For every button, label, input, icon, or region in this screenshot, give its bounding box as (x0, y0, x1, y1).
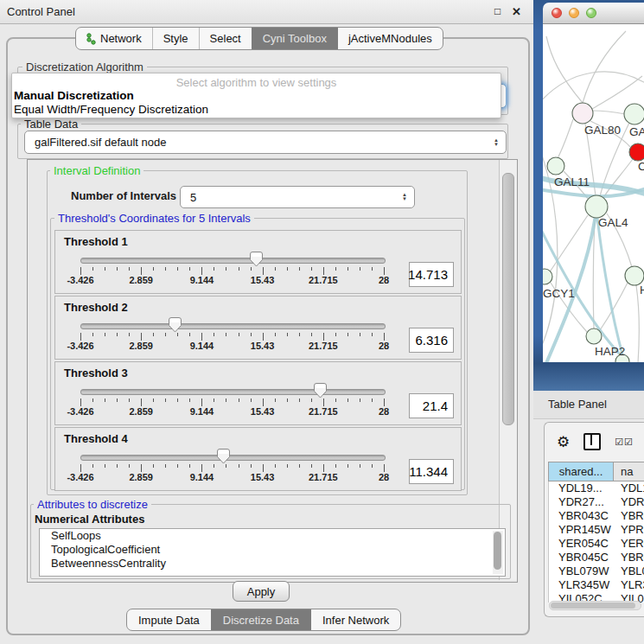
tab-jactivemnodules[interactable]: jActiveMNodules (337, 28, 443, 49)
algorithm-option-manual[interactable]: Manual Discretization (14, 89, 134, 102)
slider-track[interactable] (80, 389, 386, 395)
zoom-traffic-light-icon[interactable] (586, 8, 596, 18)
tick-mark (177, 267, 178, 271)
table-row[interactable]: YLR345WYLR3 (549, 578, 644, 592)
network-node[interactable] (547, 157, 564, 175)
threshold-value-field[interactable]: 6.316 (409, 328, 454, 353)
table-data-combobox[interactable]: galFiltered.sif default node ▲▼ (24, 131, 507, 154)
panel-title: Control Panel (7, 0, 75, 23)
tick-mark (251, 464, 252, 468)
slider-track[interactable] (80, 455, 386, 461)
table-row[interactable]: YDL19...YDL1 (549, 481, 644, 495)
application-window: Control Panel □ ✕ NetworkStyleSelectCyni… (0, 0, 644, 644)
tick-label: 9.144 (190, 472, 214, 482)
vertical-scrollbar-thumb[interactable] (502, 173, 514, 425)
tick-label: 9.144 (190, 275, 214, 285)
network-node[interactable] (625, 266, 644, 285)
network-node[interactable] (629, 143, 644, 161)
table-cell: YER054C (549, 537, 614, 551)
tab-label: jActiveMNodules (348, 29, 432, 49)
number-of-intervals-combobox[interactable]: 5 ▲▼ (180, 186, 415, 208)
tick-mark (275, 267, 276, 271)
table-row[interactable]: YER054CYER0 (549, 537, 644, 551)
number-of-intervals-value: 5 (190, 187, 196, 207)
node-label: GAL11 (554, 175, 590, 188)
node-label: GCY1 (543, 287, 575, 300)
apply-button[interactable]: Apply (233, 581, 290, 602)
horizontal-scrollbar-thumb[interactable] (551, 603, 635, 609)
table-row[interactable]: YDR27...YDR2 (549, 495, 644, 509)
list-scrollbar-thumb[interactable] (494, 532, 501, 570)
tab-cyni-toolbox[interactable]: Cyni Toolbox (252, 28, 337, 49)
tick-label: 15.43 (251, 341, 275, 351)
tick-mark (335, 333, 336, 336)
network-node[interactable] (585, 195, 608, 218)
table-row[interactable]: YBR043CYBR0 (549, 509, 644, 523)
table-row[interactable]: YBR045CYBR0 (549, 551, 644, 564)
tick-mark (287, 399, 288, 402)
attribute-list-item[interactable]: SelfLoops (40, 529, 505, 543)
network-window-titlebar[interactable] (543, 3, 644, 24)
network-canvas[interactable]: GAL80GACGAL11GAL4GCY1HHAP2 (543, 24, 644, 362)
slider-track[interactable] (80, 323, 386, 329)
tab-network[interactable]: Network (76, 28, 152, 49)
gear-icon[interactable]: ⚙ (557, 433, 570, 451)
tab-style[interactable]: Style (152, 28, 199, 49)
threshold-value-field[interactable]: 11.344 (409, 459, 454, 484)
tab-impute-data[interactable]: Impute Data (127, 609, 211, 630)
tab-label: Network (100, 29, 142, 49)
numerical-attributes-list[interactable]: SelfLoopsTopologicalCoefficientBetweenne… (39, 528, 506, 577)
table-cell: YDR27... (549, 495, 614, 509)
tick-mark (80, 399, 81, 406)
column-header-1[interactable]: shared... (549, 462, 614, 481)
tick-mark (153, 267, 154, 271)
control-panel-titlebar: Control Panel □ ✕ (0, 0, 533, 24)
close-icon[interactable]: ✕ (512, 0, 521, 23)
attribute-list-item[interactable]: BetweennessCentrality (40, 557, 505, 571)
tick-mark (214, 333, 214, 336)
slider-tick-labels: -3.4262.8599.14415.4321.71528 (80, 472, 385, 482)
tick-mark (372, 464, 373, 468)
checkbox-icons[interactable]: ☑☑ (615, 437, 634, 448)
tick-mark (165, 464, 166, 468)
table-cell: YLR3 (614, 578, 644, 592)
algorithm-option-equal-width[interactable]: Equal Width/Frequency Discretization (14, 103, 208, 116)
float-window-icon[interactable]: □ (494, 0, 501, 23)
tick-mark (214, 399, 214, 402)
tick-mark (226, 399, 226, 402)
tick-label: 15.43 (251, 275, 275, 285)
table-row[interactable]: YPR145WYPR1 (549, 523, 644, 537)
network-node[interactable] (586, 328, 602, 344)
tab-select[interactable]: Select (199, 28, 252, 49)
tick-mark (263, 267, 264, 275)
minimize-traffic-light-icon[interactable] (569, 8, 579, 18)
close-traffic-light-icon[interactable] (552, 8, 562, 18)
threshold-label: Threshold 2 (64, 301, 128, 314)
threshold-value-field[interactable]: 21.4 (409, 393, 454, 418)
table-row[interactable]: YBL079WYBL0 (549, 564, 644, 578)
tab-infer-network[interactable]: Infer Network (310, 609, 400, 630)
tick-mark (177, 464, 178, 468)
network-node[interactable] (572, 103, 593, 124)
threshold-value-field[interactable]: 14.713 (409, 262, 454, 287)
interval-definition-title: Interval Definition (50, 164, 143, 177)
slider-track[interactable] (80, 258, 386, 264)
tick-label: 15.43 (251, 406, 275, 417)
tick-mark (129, 464, 130, 468)
network-node[interactable] (624, 104, 644, 124)
tick-mark (105, 464, 105, 468)
table-header-row: shared...na (548, 462, 644, 481)
tick-mark (105, 333, 105, 336)
tick-mark (226, 464, 226, 468)
horizontal-scrollbar[interactable] (549, 601, 641, 610)
list-vertical-scrollbar[interactable] (493, 531, 503, 574)
attribute-list-item[interactable]: TopologicalCoefficient (40, 543, 505, 557)
network-node[interactable] (543, 269, 552, 284)
tab-discretize-data[interactable]: Discretize Data (211, 609, 310, 630)
column-layout-icon[interactable] (583, 433, 601, 450)
tick-mark (263, 399, 264, 406)
tick-mark (299, 333, 300, 336)
tick-mark (80, 267, 81, 275)
column-header-2[interactable]: na (614, 462, 644, 481)
tick-label: 21.715 (309, 406, 338, 417)
